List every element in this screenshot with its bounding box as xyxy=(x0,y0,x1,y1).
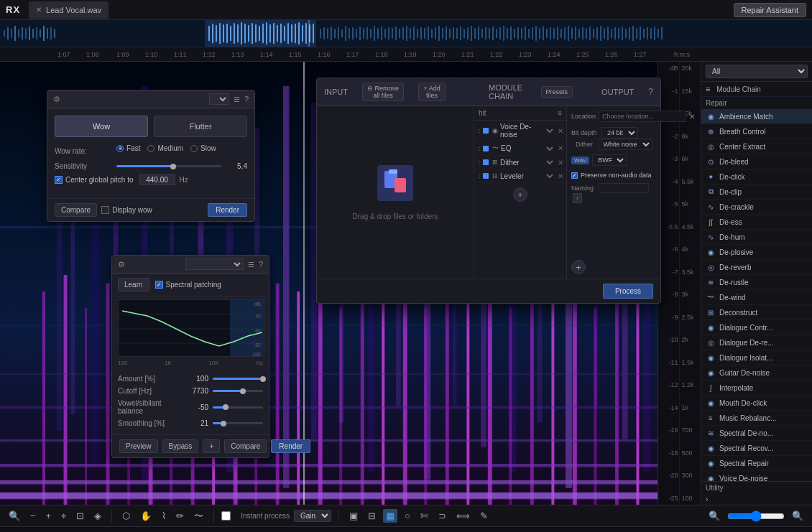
dialog-close-btn[interactable]: ? xyxy=(648,87,653,97)
repair-item-de-clip[interactable]: ⧉ De-clip xyxy=(701,185,812,200)
repair-item-de-wind[interactable]: 〜 De-wind xyxy=(701,290,812,305)
module-preset-select[interactable]: ▾ xyxy=(545,144,555,153)
spectral-bypass-btn[interactable]: Bypass xyxy=(162,439,199,453)
waveform-view-btn[interactable]: 〜 xyxy=(191,508,206,524)
sensitivity-slider[interactable] xyxy=(116,165,221,167)
zoom-slider[interactable] xyxy=(727,510,785,522)
add-module-btn[interactable]: + xyxy=(513,187,527,202)
repair-item-spectral-recov---[interactable]: ◉ Spectral Recov... xyxy=(701,441,812,456)
spectral-compare-btn[interactable]: Compare xyxy=(224,439,267,453)
vowel-slider[interactable] xyxy=(213,406,263,409)
zoom-fit-btn[interactable]: 🔍 xyxy=(706,509,723,523)
instant-process-checkbox[interactable] xyxy=(221,511,231,521)
module-preset-select[interactable]: ▾ xyxy=(545,172,555,180)
freq-select-btn[interactable]: ◈ xyxy=(91,509,104,523)
repair-item-music-rebalanc---[interactable]: ≡ Music Rebalanc... xyxy=(701,411,812,426)
spectrogram-mode-btn[interactable]: ▦ xyxy=(383,509,397,523)
panel-menu-icon[interactable]: ☰ xyxy=(234,95,240,103)
compare-btn[interactable]: Compare xyxy=(55,203,97,217)
location-input[interactable] xyxy=(599,111,686,122)
module-remove-btn[interactable]: ✕ xyxy=(558,144,563,152)
smoothing-slider[interactable] xyxy=(213,422,263,424)
bit-depth-select[interactable]: 24 bit xyxy=(601,127,638,139)
phase-mode-btn[interactable]: ○ xyxy=(402,509,413,523)
spectral-preset-select[interactable] xyxy=(185,258,243,270)
dither-select[interactable]: White noise xyxy=(598,139,652,150)
slow-radio[interactable]: Slow xyxy=(190,144,216,152)
close-x[interactable]: ✕ xyxy=(36,6,42,14)
repair-item-breath-control[interactable]: ⊕ Breath Control xyxy=(701,124,812,139)
module-preset-select[interactable]: ▾ xyxy=(545,158,555,167)
format-select[interactable]: BWF xyxy=(592,154,627,166)
repair-item-dialogue-de-re---[interactable]: ◎ Dialogue De-re... xyxy=(701,335,812,350)
amount-slider[interactable] xyxy=(213,378,263,380)
repair-item-de-rustle[interactable]: ≋ De-rustle xyxy=(701,275,812,290)
repair-item-guitar-de-noise[interactable]: ◉ Guitar De-noise xyxy=(701,365,812,381)
output-add-btn[interactable]: + xyxy=(571,260,586,274)
repair-item-de-ess[interactable]: ∫∫ De-ess xyxy=(701,215,812,230)
repair-item-de-crackle[interactable]: ∿ De-crackle xyxy=(701,200,812,215)
module-preset-select[interactable]: ▾ xyxy=(545,126,555,135)
center-pitch-checkbox[interactable] xyxy=(55,176,63,184)
repair-item-dialogue-contr---[interactable]: ◉ Dialogue Contr... xyxy=(701,320,812,335)
edit-mode-btn[interactable]: ✄ xyxy=(417,509,431,523)
pan-tool-btn[interactable]: − xyxy=(27,509,39,523)
zoom-in-btn[interactable]: + xyxy=(43,509,55,523)
remove-all-btn[interactable]: ⊖ Remove all files xyxy=(362,83,404,101)
render-btn[interactable]: Render xyxy=(208,203,247,217)
utility-expand[interactable]: › xyxy=(701,494,812,505)
display-wow-checkbox[interactable] xyxy=(101,206,109,214)
module-drag-handle[interactable]: :: xyxy=(477,159,481,166)
repair-item-deconstruct[interactable]: ⊞ Deconstruct xyxy=(701,305,812,320)
spectral-preview-btn[interactable]: Preview xyxy=(119,439,158,453)
repair-item-dialogue-isolat---[interactable]: ◉ Dialogue Isolat... xyxy=(701,350,812,365)
repair-item-spectral-de-no---[interactable]: ≋ Spectral De-no... xyxy=(701,426,812,441)
lasso-btn[interactable]: ⬡ xyxy=(119,509,133,523)
repair-item-de-hum[interactable]: ∿ De-hum xyxy=(701,230,812,245)
module-remove-btn[interactable]: ✕ xyxy=(558,127,563,135)
naming-options-btn[interactable]: › xyxy=(573,193,582,203)
drop-zone[interactable]: Drag & drop files or folders xyxy=(317,106,474,279)
flutter-tab[interactable]: Flutter xyxy=(154,116,247,137)
file-tab[interactable]: ✕ Lead Vocal.wav xyxy=(29,1,109,19)
add-files-btn[interactable]: + Add files xyxy=(418,83,446,101)
draw-btn[interactable]: ⌇ xyxy=(159,509,169,523)
extra-btn[interactable]: ⟺ xyxy=(453,509,473,523)
panel-close-btn[interactable]: ? xyxy=(244,95,249,103)
process-btn[interactable]: Process xyxy=(603,284,653,299)
pencil-btn[interactable]: ✎ xyxy=(477,509,491,523)
brush-btn[interactable]: ✏ xyxy=(173,509,187,523)
waveform-strip[interactable] xyxy=(0,20,812,47)
zoom-out-btn[interactable]: 🔍 xyxy=(6,509,23,523)
hand-btn[interactable]: ✋ xyxy=(137,509,154,523)
panel-preset-select[interactable] xyxy=(209,93,229,105)
cutoff-slider[interactable] xyxy=(213,390,263,392)
module-drag-handle[interactable]: :: xyxy=(477,172,481,179)
module-remove-btn[interactable]: ✕ xyxy=(558,159,563,167)
time-select-btn[interactable]: ⊡ xyxy=(73,509,87,523)
repair-item-mouth-de-click[interactable]: ◉ Mouth De-click xyxy=(701,396,812,411)
repair-item-center-extract[interactable]: ◎ Center Extract xyxy=(701,139,812,154)
module-drag-handle[interactable]: :: xyxy=(477,145,481,152)
repair-item-ambience-match[interactable]: ◉ Ambience Match xyxy=(701,109,812,124)
repair-filter-select[interactable]: All xyxy=(706,65,808,78)
spectral-close-btn[interactable]: ? xyxy=(259,260,263,269)
spectral-patching-checkbox[interactable] xyxy=(155,281,163,289)
spectral-menu-icon[interactable]: ☰ xyxy=(248,261,254,269)
process-select[interactable]: Gain xyxy=(294,510,331,522)
selection-mode-btn[interactable]: ▣ xyxy=(346,509,361,523)
repair-item-de-click[interactable]: ✦ De-click xyxy=(701,169,812,185)
module-drag-handle[interactable]: :: xyxy=(477,127,481,134)
timeline[interactable]: 1:07 1:08 1:09 1:10 1:11 1:12 1:13 1:14 … xyxy=(0,47,812,62)
module-remove-btn[interactable]: ✕ xyxy=(558,172,563,180)
repair-item-de-reverb[interactable]: ◎ De-reverb xyxy=(701,260,812,275)
fast-radio[interactable]: Fast xyxy=(116,144,140,152)
naming-input[interactable] xyxy=(599,183,649,193)
select-tool-btn[interactable]: ⌖ xyxy=(58,509,69,523)
repair-item-spectral-repair[interactable]: ◉ Spectral Repair xyxy=(701,456,812,471)
spectral-render-btn[interactable]: Render xyxy=(271,439,310,453)
medium-radio[interactable]: Medium xyxy=(147,144,183,152)
repair-assistant-button[interactable]: Repair Assistant xyxy=(734,3,806,17)
repair-item-de-plosive[interactable]: ◉ De-plosive xyxy=(701,245,812,260)
repair-item-voice-de-noise[interactable]: ◉ Voice De-noise xyxy=(701,471,812,481)
